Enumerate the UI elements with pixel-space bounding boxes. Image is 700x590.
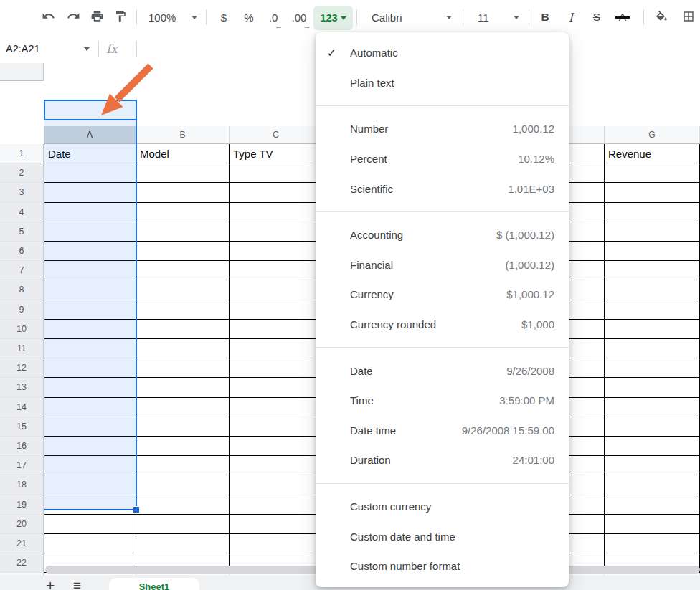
cell-C16[interactable] [230, 437, 323, 456]
cell-B4[interactable] [136, 203, 230, 222]
column-header-G[interactable]: G [605, 126, 700, 144]
row-header-9[interactable]: 9 [0, 300, 44, 320]
format-percent-button[interactable]: % [239, 0, 259, 34]
borders-button[interactable] [677, 0, 700, 34]
row-header-13[interactable]: 13 [0, 378, 44, 397]
fill-handle[interactable] [133, 506, 140, 513]
cell-C6[interactable] [230, 242, 323, 261]
cell-G21[interactable] [605, 534, 700, 553]
cell-B9[interactable] [136, 300, 230, 320]
cell-B20[interactable] [136, 515, 230, 534]
row-header-2[interactable]: 2 [0, 163, 44, 183]
menu-item-scientific[interactable]: Scientific1.01E+03 [316, 173, 569, 204]
cell-B3[interactable] [136, 183, 230, 202]
cell-A19[interactable] [44, 495, 136, 515]
chevron-down-icon[interactable] [84, 47, 90, 51]
paint-format-button[interactable] [110, 0, 131, 34]
cell-C2[interactable] [230, 163, 323, 183]
cell-G20[interactable] [605, 515, 700, 534]
decrease-decimal-button[interactable]: .0← [262, 0, 284, 34]
text-color-button[interactable]: A [612, 0, 633, 34]
font-size-select[interactable]: 11 [468, 0, 524, 34]
cell-B6[interactable] [136, 242, 230, 261]
cell-A8[interactable] [44, 280, 136, 300]
row-header-12[interactable]: 12 [0, 358, 44, 378]
all-sheets-menu-icon[interactable]: ≡ [73, 579, 81, 590]
cell-G16[interactable] [605, 437, 700, 456]
row-header-6[interactable]: 6 [0, 242, 44, 261]
row-header-18[interactable]: 18 [0, 475, 44, 495]
cell-A11[interactable] [44, 339, 136, 358]
cell-G19[interactable] [605, 495, 700, 515]
strikethrough-button[interactable]: S [587, 0, 607, 34]
add-sheet-icon[interactable]: + [46, 578, 55, 590]
menu-item-custom-number-format[interactable]: Custom number format [316, 551, 569, 581]
cell-B18[interactable] [136, 475, 230, 495]
cell-B17[interactable] [136, 456, 230, 475]
cell-G7[interactable] [605, 261, 700, 280]
row-header-7[interactable]: 7 [0, 261, 44, 280]
menu-item-financial[interactable]: Financial(1,000.12) [316, 250, 569, 280]
row-header-3[interactable]: 3 [0, 183, 44, 202]
cell-A21[interactable] [44, 534, 136, 553]
menu-item-accounting[interactable]: Accounting$ (1,000.12) [316, 220, 569, 250]
cell-B19[interactable] [136, 495, 230, 515]
cell-B21[interactable] [136, 534, 230, 553]
cell-G17[interactable] [605, 456, 700, 475]
cell-C10[interactable] [230, 320, 323, 339]
cell-A4[interactable] [44, 203, 136, 222]
column-header-C[interactable]: C [230, 126, 323, 144]
cell-A3[interactable] [44, 183, 136, 202]
format-currency-button[interactable]: $ [214, 0, 234, 34]
cell-C19[interactable] [230, 495, 323, 515]
cell-B8[interactable] [136, 280, 230, 300]
cell-C20[interactable] [230, 515, 323, 534]
print-button[interactable] [86, 0, 108, 34]
row-header-14[interactable]: 14 [0, 398, 44, 417]
cell-C9[interactable] [230, 300, 323, 320]
cell-G2[interactable] [605, 163, 700, 183]
cell-A13[interactable] [44, 378, 136, 397]
cell-C14[interactable] [230, 398, 323, 417]
cell-A14[interactable] [44, 398, 136, 417]
cell-C8[interactable] [230, 280, 323, 300]
cell-B5[interactable] [136, 222, 230, 242]
font-select[interactable]: Calibri [363, 0, 456, 34]
cell-A18[interactable] [44, 475, 136, 495]
cell-A15[interactable] [44, 417, 136, 437]
cell-G13[interactable] [605, 378, 700, 397]
column-header-B[interactable]: B [136, 126, 230, 144]
row-header-10[interactable]: 10 [0, 320, 44, 339]
cell-A12[interactable] [44, 358, 136, 378]
redo-button[interactable] [62, 0, 84, 34]
menu-item-number[interactable]: Number1,000.12 [316, 114, 569, 144]
cell-B1[interactable]: Model [136, 144, 230, 163]
menu-item-percent[interactable]: Percent10.12% [316, 144, 569, 174]
row-header-1[interactable]: 1 [0, 144, 44, 163]
cell-B2[interactable] [136, 163, 230, 183]
cell-A9[interactable] [44, 300, 136, 320]
cell-C12[interactable] [230, 358, 323, 378]
row-header-16[interactable]: 16 [0, 437, 44, 456]
menu-item-duration[interactable]: Duration24:01:00 [316, 445, 569, 475]
menu-item-automatic[interactable]: ✓Automatic [316, 38, 569, 68]
cell-A2[interactable] [44, 163, 136, 183]
sheet-tab-active[interactable]: Sheet1 [109, 578, 199, 590]
row-header-11[interactable]: 11 [0, 339, 44, 358]
cell-A1[interactable]: Date [44, 144, 136, 163]
menu-item-custom-date-and-time[interactable]: Custom date and time [316, 521, 569, 551]
cell-B14[interactable] [136, 398, 230, 417]
cell-C5[interactable] [230, 222, 323, 242]
row-header-4[interactable]: 4 [0, 203, 44, 222]
row-header-8[interactable]: 8 [0, 280, 44, 300]
cell-G18[interactable] [605, 475, 700, 495]
cell-C3[interactable] [230, 183, 323, 202]
cell-A16[interactable] [44, 437, 136, 456]
zoom-select[interactable]: 100% [144, 0, 202, 34]
name-box[interactable]: A2:A21 [6, 34, 40, 63]
cell-C7[interactable] [230, 261, 323, 280]
cell-C15[interactable] [230, 417, 323, 437]
cell-C11[interactable] [230, 339, 323, 358]
cell-B7[interactable] [136, 261, 230, 280]
cell-A6[interactable] [44, 242, 136, 261]
